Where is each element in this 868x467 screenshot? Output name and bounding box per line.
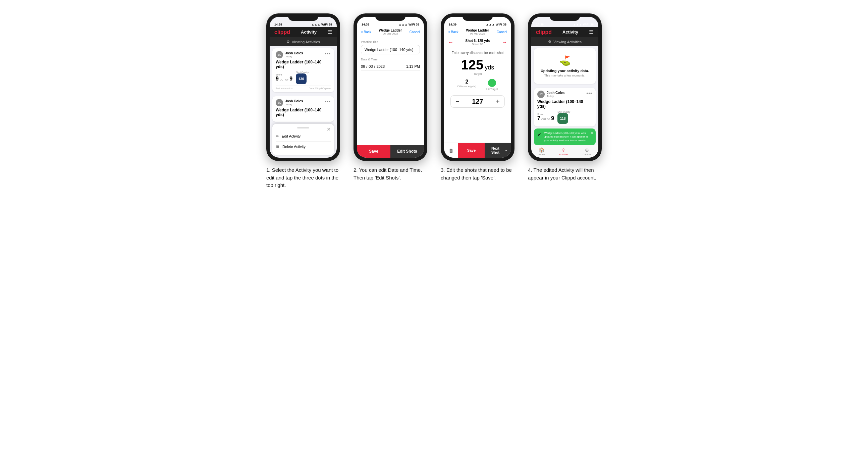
- outof-4: OUT OF: [541, 118, 550, 120]
- phone-3-screen: 14:39 ▲▲▲ WiFi 38 < Back Wedge Ladder 06…: [444, 17, 511, 158]
- avatar-4: JC: [537, 91, 545, 98]
- card-stats-4: Score 7 OUT OF 9 Shot Quality 118: [537, 111, 592, 124]
- next-shot-btn-3[interactable]: Next Shot →: [485, 143, 511, 158]
- back-btn-3[interactable]: < Back: [448, 30, 459, 34]
- bottom-nav-4: 🏠 Home ♤ Activities ⊕ Capture: [531, 145, 598, 158]
- three-dots-4[interactable]: •••: [586, 91, 592, 96]
- shot-input-val-3[interactable]: 127: [472, 98, 483, 105]
- header-title-1: Activity: [301, 30, 317, 35]
- outof-1: OUT OF: [280, 79, 288, 81]
- card-title-1: Wedge Ladder (100–140 yds): [276, 60, 331, 69]
- viewing-text-4: Viewing Activities: [553, 40, 582, 44]
- hit-target-icon-3: [488, 79, 496, 87]
- user-date-4: Today: [547, 95, 564, 98]
- info-left-1: Test Information: [276, 87, 292, 90]
- score-group-1: Score 9 OUT OF 9: [276, 73, 292, 82]
- quality-group-4: Shot Quality 118: [557, 111, 570, 124]
- status-bar-2: 14:38 ▲▲▲ WiFi 38: [357, 21, 424, 27]
- wifi-4: WiFi: [583, 23, 589, 26]
- nav-title-2: Wedge Ladder 06 Mar 2023: [379, 29, 402, 35]
- shot-title-3: Shot 6, 125 yds: [466, 39, 490, 42]
- user-name-1: Josh Coles: [285, 51, 303, 55]
- score-label-4: Score: [537, 113, 554, 116]
- toast-close-4[interactable]: ✕: [590, 130, 594, 135]
- status-right-1: ▲▲▲ WiFi 38: [311, 23, 332, 26]
- edit-icon: ✏: [276, 134, 279, 138]
- phone-2: 14:38 ▲▲▲ WiFi 38 < Back Wedge Ladder 06…: [353, 13, 427, 161]
- filter-icon-4: ⚙: [548, 39, 551, 44]
- viewing-text-1: Viewing Activities: [292, 40, 320, 44]
- caption-3: 3. Edit the shots that need to be change…: [441, 166, 515, 182]
- caption-2: 2. You can edit Date and Time. Then tap …: [353, 166, 427, 182]
- trash-btn-3[interactable]: 🗑: [444, 143, 458, 158]
- nav-home-4[interactable]: 🏠 Home: [538, 147, 545, 156]
- caption-1: 1. Select the Activity you want to edit …: [266, 166, 340, 189]
- activities-label-4: Activities: [559, 153, 568, 156]
- score-val-4: 7: [537, 116, 540, 121]
- save-btn-2[interactable]: Save: [357, 145, 391, 158]
- user-detail-4: Josh Coles Today: [547, 91, 564, 98]
- cancel-btn-2[interactable]: Cancel: [409, 30, 420, 34]
- filter-icon-1: ⚙: [286, 39, 290, 44]
- time-3: 14:39: [449, 23, 457, 26]
- phone-4-screen: 14:38 ▲▲▲ WiFi 38 clippd Activity ☰ ⚙: [531, 17, 598, 158]
- nav-capture-4[interactable]: ⊕ Capture: [583, 147, 591, 156]
- nav-title-sub-3: 06 Mar 2023: [466, 32, 489, 35]
- user-info-2: JC Josh Coles Today: [276, 99, 303, 106]
- hamburger-4[interactable]: ☰: [589, 29, 594, 35]
- cancel-btn-3[interactable]: Cancel: [497, 30, 507, 34]
- notch-3: [463, 13, 493, 21]
- card-title-4: Wedge Ladder (100–140 yds): [537, 99, 592, 109]
- decrement-btn-3[interactable]: −: [456, 98, 460, 105]
- increment-btn-3[interactable]: +: [496, 98, 500, 105]
- nav-bar-2: < Back Wedge Ladder 06 Mar 2023 Cancel: [357, 27, 424, 37]
- app-header-1: clippd Activity ☰: [270, 27, 337, 37]
- time-2: 14:38: [362, 23, 369, 26]
- edit-activity-item[interactable]: ✏ Edit Activity: [276, 131, 331, 141]
- target-label-3: Target: [473, 72, 482, 75]
- nav-activities-4[interactable]: ♤ Activities: [559, 147, 568, 156]
- viewing-banner-1: ⚙ Viewing Activities: [270, 37, 337, 46]
- activity-card-2[interactable]: JC Josh Coles Today ••• Wedge Ladder (10…: [272, 96, 334, 122]
- status-right-3: ▲▲▲ WiFi 38: [486, 23, 506, 26]
- card-stats-1: Score 9 OUT OF 9 Shot Quality 130: [276, 71, 331, 84]
- delete-activity-item[interactable]: 🗑 Delete Activity: [276, 142, 331, 152]
- back-btn-2[interactable]: < Back: [361, 30, 371, 34]
- hamburger-1[interactable]: ☰: [327, 29, 332, 35]
- diff-stat-3: 2 Difference (yds): [458, 79, 476, 91]
- avatar-2: JC: [276, 99, 283, 106]
- diff-val-3: 2: [458, 79, 476, 85]
- card-header-2: JC Josh Coles Today •••: [276, 99, 331, 106]
- prev-shot-btn[interactable]: ←: [448, 39, 454, 45]
- time-1: 14:38: [274, 23, 282, 26]
- nav-title-3: Wedge Ladder 06 Mar 2023: [466, 29, 489, 35]
- user-detail-2: Josh Coles Today: [285, 99, 303, 106]
- logo-4: clippd: [536, 29, 552, 35]
- shot-stats-row-3: 2 Difference (yds) Hit Target: [458, 79, 498, 91]
- three-dots-1[interactable]: •••: [325, 51, 331, 56]
- shot-distance-3: 125: [461, 58, 484, 71]
- shot-input-row-3: − 127 +: [451, 95, 505, 108]
- app-header-4: clippd Activity ☰: [531, 27, 598, 37]
- card-footer-1: Test Information Data: Clippd Capture: [276, 86, 331, 90]
- signal-2: ▲▲▲: [398, 23, 407, 26]
- quality-group-1: Shot Quality 130: [296, 71, 309, 84]
- bottom-sheet-1: ✕ ✏ Edit Activity 🗑 Delete Activity: [272, 124, 334, 155]
- edit-shots-btn-2[interactable]: Edit Shots: [391, 145, 424, 158]
- three-dots-2[interactable]: •••: [325, 99, 331, 104]
- user-detail-1: Josh Coles Today: [285, 51, 303, 58]
- trash-icon: 🗑: [276, 144, 280, 149]
- phone-4-column: 14:38 ▲▲▲ WiFi 38 clippd Activity ☰ ⚙: [526, 13, 603, 182]
- save-shot-btn-3[interactable]: Save: [458, 143, 485, 158]
- next-shot-arrow[interactable]: →: [502, 39, 507, 45]
- year-2: 2023: [377, 64, 385, 68]
- user-name-2: Josh Coles: [285, 99, 303, 103]
- success-toast-4: ✓ 'Wedge Ladder (100–140 yds)' was updat…: [534, 128, 596, 145]
- user-info-4: JC Josh Coles Today: [537, 91, 564, 98]
- viewing-banner-4: ⚙ Viewing Activities: [531, 37, 598, 46]
- activity-card-4[interactable]: JC Josh Coles Today ••• Wedge Ladder (10…: [534, 88, 596, 126]
- activity-card-1[interactable]: JC Josh Coles Today ••• Wedge Ladder (10…: [272, 48, 334, 92]
- header-title-4: Activity: [562, 30, 578, 35]
- sheet-close[interactable]: ✕: [327, 126, 331, 132]
- practice-input-2[interactable]: Wedge Ladder (100–140 yds): [361, 45, 420, 54]
